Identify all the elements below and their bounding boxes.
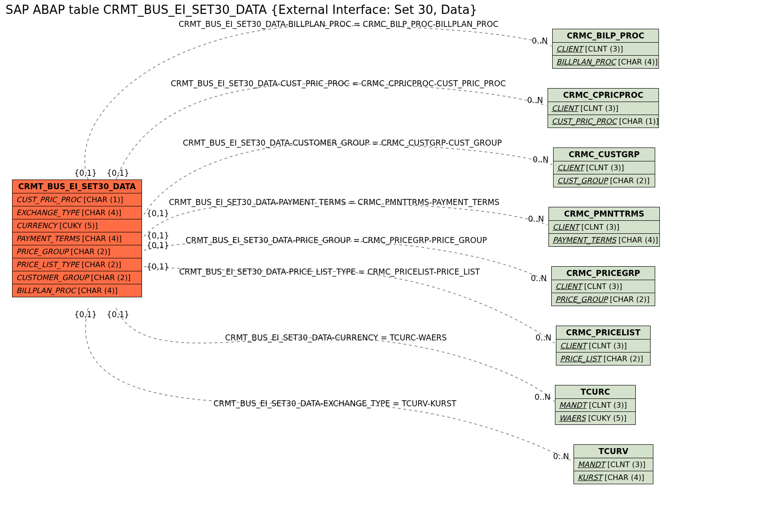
cardinality: {0,1} — [74, 310, 97, 319]
entity-field: PRICE_GROUP [CHAR (2)] — [552, 293, 655, 306]
entity-crmc-pricelist: CRMC_PRICELIST CLIENT [CLNT (3)] PRICE_L… — [556, 326, 651, 365]
page-title: SAP ABAP table CRMT_BUS_EI_SET30_DATA {E… — [6, 3, 477, 17]
entity-field: CUST_PRIC_PROC [CHAR (1)] — [548, 115, 658, 128]
entity-field: CLIENT [CLNT (3)] — [554, 161, 655, 174]
relation-label: CRMT_BUS_EI_SET30_DATA-BILLPLAN_PROC = C… — [179, 19, 498, 29]
entity-header: TCURC — [555, 385, 635, 399]
entity-tcurc: TCURC MANDT [CLNT (3)] WAERS [CUKY (5)] — [555, 385, 636, 425]
entity-main-field: CURRENCY [CUKY (5)] — [13, 219, 142, 232]
entity-field: CLIENT [CLNT (3)] — [549, 221, 659, 234]
entity-header: CRMC_CPRICPROC — [548, 89, 658, 102]
entity-header: CRMC_CUSTGRP — [554, 148, 655, 161]
entity-tcurv: TCURV MANDT [CLNT (3)] KURST [CHAR (4)] — [574, 444, 653, 484]
cardinality: 0..N — [535, 392, 550, 402]
entity-main-field: CUSTOMER_GROUP [CHAR (2)] — [13, 271, 142, 284]
cardinality: 0..N — [535, 333, 551, 342]
entity-field: CLIENT [CLNT (3)] — [552, 280, 655, 293]
entity-field: CUST_GROUP [CHAR (2)] — [554, 174, 655, 187]
entity-main-field: EXCHANGE_TYPE [CHAR (4)] — [13, 206, 142, 219]
relation-label: CRMT_BUS_EI_SET30_DATA-CUST_PRIC_PROC = … — [171, 79, 506, 88]
entity-field: PRICE_LIST [CHAR (2)] — [556, 353, 650, 365]
cardinality: {0,1} — [147, 209, 169, 218]
entity-header: CRMC_PRICELIST — [556, 326, 650, 340]
cardinality: {0,1} — [107, 168, 129, 178]
relation-label: CRMT_BUS_EI_SET30_DATA-PRICE_LIST_TYPE =… — [179, 267, 480, 276]
entity-field: MANDT [CLNT (3)] — [555, 399, 635, 412]
entity-field: WAERS [CUKY (5)] — [555, 412, 635, 424]
entity-main: CRMT_BUS_EI_SET30_DATA CUST_PRIC_PROC [C… — [12, 179, 142, 297]
entity-field: KURST [CHAR (4)] — [574, 471, 653, 484]
entity-crmc-pmnttrms: CRMC_PMNTTRMS CLIENT [CLNT (3)] PAYMENT_… — [548, 207, 660, 247]
cardinality: 0..N — [527, 96, 543, 105]
entity-crmc-bilp-proc: CRMC_BILP_PROC CLIENT [CLNT (3)] BILLPLA… — [552, 29, 659, 69]
cardinality: {0,1} — [147, 231, 169, 240]
cardinality: {0,1} — [147, 241, 169, 250]
relation-label: CRMT_BUS_EI_SET30_DATA-EXCHANGE_TYPE = T… — [213, 399, 456, 408]
relation-label: CRMT_BUS_EI_SET30_DATA-PRICE_GROUP = CRM… — [186, 236, 487, 245]
cardinality: {0,1} — [74, 168, 97, 178]
entity-crmc-cpricproc: CRMC_CPRICPROC CLIENT [CLNT (3)] CUST_PR… — [548, 88, 659, 128]
relation-label: CRMT_BUS_EI_SET30_DATA-PAYMENT_TERMS = C… — [169, 198, 499, 207]
entity-crmc-pricegrp: CRMC_PRICEGRP CLIENT [CLNT (3)] PRICE_GR… — [551, 266, 655, 306]
cardinality: 0..N — [531, 274, 547, 283]
cardinality: 0..N — [533, 155, 548, 164]
entity-main-header: CRMT_BUS_EI_SET30_DATA — [13, 180, 142, 193]
entity-header: CRMC_PRICEGRP — [552, 267, 655, 280]
entity-header: CRMC_BILP_PROC — [553, 29, 658, 43]
entity-main-field: PAYMENT_TERMS [CHAR (4)] — [13, 232, 142, 245]
cardinality: {0,1} — [107, 310, 129, 319]
entity-field: BILLPLAN_PROC [CHAR (4)] — [553, 56, 658, 68]
entity-field: CLIENT [CLNT (3)] — [548, 102, 658, 115]
relation-label: CRMT_BUS_EI_SET30_DATA-CUSTOMER_GROUP = … — [183, 138, 502, 147]
entity-main-field: PRICE_GROUP [CHAR (2)] — [13, 245, 142, 258]
entity-field: CLIENT [CLNT (3)] — [553, 43, 658, 56]
entity-crmc-custgrp: CRMC_CUSTGRP CLIENT [CLNT (3)] CUST_GROU… — [553, 147, 655, 187]
cardinality: 0..N — [532, 36, 548, 45]
entity-main-field: BILLPLAN_PROC [CHAR (4)] — [13, 284, 142, 297]
relation-label: CRMT_BUS_EI_SET30_DATA-CURRENCY = TCURC-… — [225, 333, 447, 342]
entity-header: CRMC_PMNTTRMS — [549, 207, 659, 221]
cardinality: {0,1} — [147, 262, 169, 271]
entity-header: TCURV — [574, 445, 653, 458]
cardinality: 0..N — [528, 214, 544, 224]
entity-main-field: CUST_PRIC_PROC [CHAR (1)] — [13, 193, 142, 206]
entity-field: PAYMENT_TERMS [CHAR (4)] — [549, 234, 659, 246]
cardinality: 0..N — [553, 452, 569, 461]
entity-field: CLIENT [CLNT (3)] — [556, 340, 650, 353]
entity-field: MANDT [CLNT (3)] — [574, 458, 653, 471]
entity-main-field: PRICE_LIST_TYPE [CHAR (2)] — [13, 258, 142, 271]
